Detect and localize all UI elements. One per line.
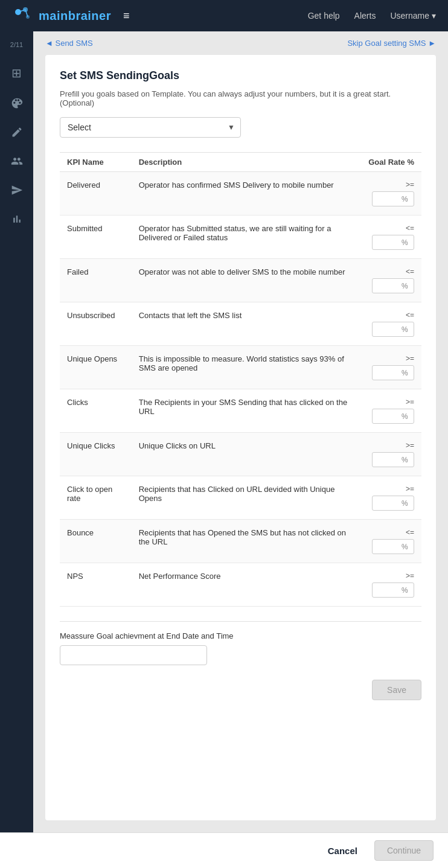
- goal-rate-input[interactable]: [373, 279, 402, 293]
- kpi-goal-cell: >=%: [359, 476, 421, 520]
- kpi-goal-cell: <=%: [359, 302, 421, 346]
- table-row: Unique OpensThis is impossible to measur…: [60, 346, 421, 389]
- kpi-name-cell: Click to open rate: [60, 476, 132, 520]
- goal-rate-input[interactable]: [373, 235, 402, 249]
- measure-date-input[interactable]: [60, 645, 207, 665]
- goal-rate-input[interactable]: [373, 496, 402, 510]
- get-help-link[interactable]: Get help: [308, 11, 340, 21]
- save-button[interactable]: Save: [372, 680, 421, 700]
- table-row: NPSNet Performance Score>=%: [60, 563, 421, 607]
- breadcrumb: Send SMS Skip Goal setting SMS: [33, 31, 448, 55]
- goal-rate-input[interactable]: [373, 453, 402, 467]
- alerts-link[interactable]: Alerts: [354, 11, 376, 21]
- goal-rate-input[interactable]: [373, 540, 402, 554]
- template-select[interactable]: Select: [60, 117, 241, 138]
- template-select-wrapper: Select ▼: [60, 117, 241, 138]
- kpi-goal-cell: >=%: [359, 389, 421, 433]
- top-navigation: mainbrainer ≡ Get help Alerts Username ▾: [0, 0, 448, 31]
- goal-operator: <=: [406, 311, 414, 319]
- kpi-goal-cell: <=%: [359, 259, 421, 302]
- kpi-goal-cell: >=%: [359, 172, 421, 215]
- kpi-description-cell: Net Performance Score: [132, 563, 359, 607]
- save-row: Save: [60, 680, 421, 700]
- hamburger-menu[interactable]: ≡: [123, 10, 130, 22]
- col-header-goal-rate: Goal Rate %: [359, 153, 421, 172]
- username-dropdown[interactable]: Username ▾: [390, 11, 436, 21]
- sidebar: 2/11 ⊞: [0, 31, 33, 832]
- goal-operator: >=: [406, 354, 414, 363]
- goal-rate-input[interactable]: [373, 583, 402, 597]
- logo-text: mainbrainer: [39, 9, 111, 23]
- kpi-name-cell: Clicks: [60, 389, 132, 433]
- kpi-name-cell: Unsubscribed: [60, 302, 132, 346]
- col-header-kpi: KPI Name: [60, 153, 132, 172]
- palette-icon[interactable]: [11, 97, 23, 109]
- logo-area: mainbrainer ≡: [12, 5, 308, 27]
- kpi-description-cell: Unique Clicks on URL: [132, 433, 359, 476]
- users-icon[interactable]: [11, 155, 23, 167]
- goal-rate-input[interactable]: [373, 366, 402, 380]
- goal-operator: <=: [406, 224, 414, 232]
- kpi-description-cell: Contacts that left the SMS list: [132, 302, 359, 346]
- percent-symbol: %: [402, 238, 411, 247]
- table-row: Unique ClicksUnique Clicks on URL>=%: [60, 433, 421, 476]
- goal-rate-input[interactable]: [373, 409, 402, 423]
- measure-section: Meassure Goal achievment at End Date and…: [60, 621, 421, 665]
- kpi-description-cell: The Recipients in your SMS Sending that …: [132, 389, 359, 433]
- goal-operator: >=: [406, 398, 414, 406]
- main-layout: 2/11 ⊞ Send SMS Skip Goal setting SMS Se…: [0, 31, 448, 832]
- percent-symbol: %: [402, 325, 411, 334]
- send-icon[interactable]: [11, 184, 23, 196]
- goal-operator: <=: [406, 528, 414, 537]
- page-title: Set SMS SendingGoals: [60, 69, 421, 82]
- percent-symbol: %: [402, 282, 411, 290]
- percent-symbol: %: [402, 543, 411, 551]
- kpi-name-cell: Failed: [60, 259, 132, 302]
- goal-operator: >=: [406, 485, 414, 493]
- table-icon[interactable]: ⊞: [11, 66, 22, 80]
- kpi-name-cell: Unique Opens: [60, 346, 132, 389]
- table-row: DeliveredOperator has confirmed SMS Deli…: [60, 172, 421, 215]
- table-row: Click to open rateRecipients that has Cl…: [60, 476, 421, 520]
- kpi-goal-cell: >=%: [359, 563, 421, 607]
- table-row: ClicksThe Recipients in your SMS Sending…: [60, 389, 421, 433]
- percent-symbol: %: [402, 456, 411, 464]
- table-row: BounceRecipients that has Opened the SMS…: [60, 520, 421, 563]
- chart-icon[interactable]: [11, 213, 23, 225]
- percent-symbol: %: [402, 412, 411, 421]
- kpi-name-cell: Delivered: [60, 172, 132, 215]
- goal-operator: <=: [406, 267, 414, 276]
- nav-right-links: Get help Alerts Username ▾: [308, 11, 436, 21]
- goal-rate-input[interactable]: [373, 322, 402, 336]
- kpi-name-cell: NPS: [60, 563, 132, 607]
- page-content: Send SMS Skip Goal setting SMS Set SMS S…: [33, 31, 448, 832]
- table-row: SubmittedOperator has Submitted status, …: [60, 215, 421, 259]
- kpi-goal-cell: >=%: [359, 433, 421, 476]
- measure-label: Meassure Goal achievment at End Date and…: [60, 631, 421, 640]
- cancel-button[interactable]: Cancel: [318, 841, 367, 861]
- kpi-goal-cell: >=%: [359, 346, 421, 389]
- kpi-name-cell: Submitted: [60, 215, 132, 259]
- percent-symbol: %: [402, 586, 411, 595]
- skip-link[interactable]: Skip Goal setting SMS: [347, 39, 436, 48]
- edit-icon[interactable]: [11, 126, 23, 138]
- kpi-table: KPI Name Description Goal Rate % Deliver…: [60, 152, 421, 607]
- kpi-description-cell: Recipients that has Clicked on URL devid…: [132, 476, 359, 520]
- kpi-description-cell: Recipients that has Opened the SMS but h…: [132, 520, 359, 563]
- card-subtitle: Prefill you goals based on Template. You…: [60, 89, 421, 107]
- main-card: Set SMS SendingGoals Prefill you goals b…: [45, 55, 436, 820]
- logo-icon: [12, 5, 34, 27]
- goal-rate-input[interactable]: [373, 192, 402, 206]
- col-header-description: Description: [132, 153, 359, 172]
- kpi-description-cell: This is impossible to measure. World sta…: [132, 346, 359, 389]
- kpi-goal-cell: <=%: [359, 215, 421, 259]
- goal-operator: >=: [406, 180, 414, 189]
- table-row: UnsubscribedContacts that left the SMS l…: [60, 302, 421, 346]
- table-row: FailedOperator was not able to deliver S…: [60, 259, 421, 302]
- percent-symbol: %: [402, 195, 411, 203]
- kpi-name-cell: Bounce: [60, 520, 132, 563]
- goal-operator: >=: [406, 441, 414, 450]
- continue-button[interactable]: Continue: [374, 840, 434, 861]
- step-indicator: 2/11: [10, 41, 23, 49]
- back-link[interactable]: Send SMS: [45, 39, 93, 48]
